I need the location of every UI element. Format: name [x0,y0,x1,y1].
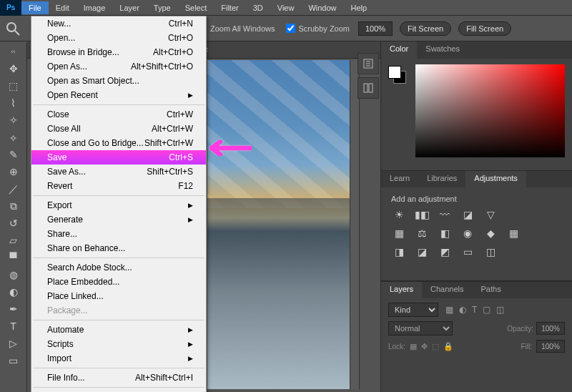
exposure-icon[interactable]: ◪ [460,209,475,222]
file-menu-import[interactable]: Import▶ [31,351,206,366]
marquee-tool[interactable]: ⬚ [0,77,26,94]
menu-image[interactable]: Image [77,1,113,14]
brightness-icon[interactable]: ☀ [391,209,407,222]
pen-tool[interactable]: ✒ [0,300,26,318]
file-menu-file-info[interactable]: File Info...Alt+Shift+Ctrl+I [31,371,206,385]
scrubby-zoom-check[interactable] [286,24,295,33]
file-menu-open-as-smart-object[interactable]: Open as Smart Object... [31,74,206,88]
vertical-scrollbar[interactable] [350,60,360,389]
selective-color-icon[interactable]: ◫ [483,246,498,259]
filter-smart-icon[interactable]: ◫ [496,305,504,315]
path-select-tool[interactable]: ▷ [0,335,26,352]
magic-wand-tool[interactable]: ✧ [0,112,26,129]
bw-icon[interactable]: ◧ [437,227,453,240]
file-menu-generate[interactable]: Generate▶ [31,212,206,227]
menu-type[interactable]: Type [147,1,178,14]
file-menu-open-recent[interactable]: Open Recent▶ [31,88,206,102]
file-menu-save-as[interactable]: Save As...Shift+Ctrl+S [31,165,206,179]
menu-help[interactable]: Help [344,1,375,14]
fill-input[interactable] [536,340,565,353]
file-menu-place-linked[interactable]: Place Linked... [31,289,206,303]
tab-swatches[interactable]: Swatches [417,41,468,59]
canvas-image[interactable] [207,60,350,389]
file-menu-export[interactable]: Export▶ [31,198,206,212]
blend-mode-select[interactable]: Normal [388,321,453,335]
fill-screen-button[interactable]: Fill Screen [458,21,511,36]
file-menu-close[interactable]: CloseCtrl+W [31,107,206,122]
tab-layers[interactable]: Layers [381,282,422,298]
tab-paths[interactable]: Paths [473,282,510,298]
vibrance-icon[interactable]: ▽ [483,209,498,222]
tab-color[interactable]: Color [381,41,417,59]
lock-artboard-icon[interactable]: ⬚ [432,342,439,351]
gradient-tool[interactable]: ▀ [0,249,26,266]
color-balance-icon[interactable]: ⚖ [414,227,430,240]
lasso-tool[interactable]: ⌇ [0,94,26,112]
toolbox-collapse-icon[interactable]: ‹‹ [0,43,26,60]
eraser-tool[interactable]: ▱ [0,232,26,249]
crop-tool[interactable]: ⟡ [0,129,26,146]
layer-kind-filter[interactable]: Kind [388,303,438,317]
channel-mixer-icon[interactable]: ◆ [483,227,498,240]
blur-tool[interactable]: ◍ [0,266,26,283]
lock-position-icon[interactable]: ✥ [421,342,428,351]
filter-adjust-icon[interactable]: ◐ [459,305,466,315]
filter-pixel-icon[interactable]: ▦ [445,305,453,315]
invert-icon[interactable]: ◨ [391,246,407,259]
file-menu-search-adobe-stock[interactable]: Search Adobe Stock... [31,260,206,275]
scrubby-zoom-checkbox[interactable]: Scrubby Zoom [286,24,350,33]
file-menu-revert[interactable]: RevertF12 [31,179,206,193]
dodge-tool[interactable]: ◐ [0,283,26,300]
lock-all-icon[interactable]: 🔒 [443,342,453,351]
filter-type-icon[interactable]: T [472,305,477,315]
move-tool[interactable]: ✥ [0,60,26,77]
foreground-color[interactable] [388,66,401,79]
menu-select[interactable]: Select [178,1,214,14]
eyedropper-tool[interactable]: ✎ [0,146,26,163]
color-lookup-icon[interactable]: ▦ [506,227,521,240]
tab-libraries[interactable]: Libraries [418,171,465,187]
zoom-value-input[interactable] [358,21,393,36]
clone-tool[interactable]: ⧉ [0,197,26,215]
file-menu-browse-in-bridge[interactable]: Browse in Bridge...Alt+Ctrl+O [31,45,206,59]
menu-3d[interactable]: 3D [246,1,270,14]
file-menu-scripts[interactable]: Scripts▶ [31,337,206,351]
lock-pixels-icon[interactable]: ▦ [410,342,417,351]
tab-learn[interactable]: Learn [381,171,418,187]
fg-bg-swatch[interactable] [388,66,407,84]
file-menu-new[interactable]: New...Ctrl+N [31,16,206,31]
posterize-icon[interactable]: ◪ [414,246,430,259]
color-field[interactable] [415,64,565,157]
file-menu-share[interactable]: Share... [31,227,206,241]
photo-filter-icon[interactable]: ◉ [460,227,475,240]
tab-channels[interactable]: Channels [422,282,472,298]
history-panel-icon[interactable] [358,53,379,74]
menu-edit[interactable]: Edit [49,1,77,14]
menu-view[interactable]: View [270,1,302,14]
menu-window[interactable]: Window [301,1,343,14]
hue-icon[interactable]: ▦ [391,227,407,240]
opacity-input[interactable] [536,322,565,335]
type-tool[interactable]: T [0,318,26,335]
gradient-map-icon[interactable]: ▭ [460,246,475,259]
file-menu-share-on-behance[interactable]: Share on Behance... [31,241,206,255]
file-menu-close-and-go-to-bridge[interactable]: Close and Go to Bridge...Shift+Ctrl+W [31,136,206,150]
tab-adjustments[interactable]: Adjustments [465,171,526,187]
file-menu-save[interactable]: SaveCtrl+S [31,150,206,165]
rectangle-tool[interactable]: ▭ [0,352,26,369]
color-picker[interactable] [381,59,572,170]
menu-filter[interactable]: Filter [214,1,245,14]
menu-file[interactable]: File [21,1,49,14]
filter-shape-icon[interactable]: ▢ [483,305,490,315]
threshold-icon[interactable]: ◩ [437,246,453,259]
file-menu-close-all[interactable]: Close AllAlt+Ctrl+W [31,122,206,136]
properties-panel-icon[interactable] [358,77,379,99]
healing-tool[interactable]: ⊕ [0,163,26,180]
zoom-all-windows-checkbox[interactable]: Zoom All Windows [210,24,275,33]
curves-icon[interactable]: 〰 [437,209,453,222]
history-brush-tool[interactable]: ↺ [0,215,26,232]
file-menu-place-embedded[interactable]: Place Embedded... [31,275,206,289]
fit-screen-button[interactable]: Fit Screen [400,21,451,36]
file-menu-open[interactable]: Open...Ctrl+O [31,31,206,45]
file-menu-automate[interactable]: Automate▶ [31,323,206,337]
